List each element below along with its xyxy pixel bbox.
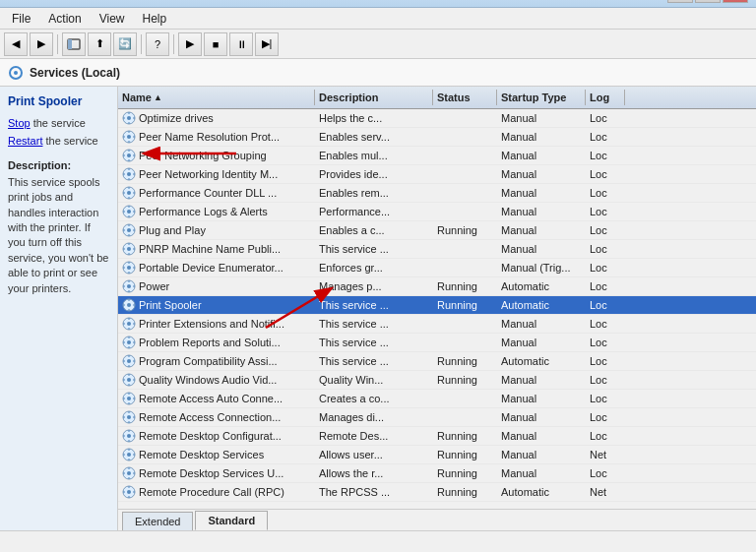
table-row[interactable]: Print Spooler This service ... Running A… bbox=[118, 296, 756, 315]
status-bar bbox=[0, 530, 756, 552]
cell-status: Running bbox=[433, 353, 497, 369]
table-row[interactable]: Program Compatibility Assi... This servi… bbox=[118, 352, 756, 371]
svg-rect-12 bbox=[123, 118, 125, 119]
svg-rect-119 bbox=[129, 459, 130, 460]
svg-rect-11 bbox=[129, 122, 130, 124]
svg-rect-65 bbox=[129, 290, 130, 292]
cell-name: Quality Windows Audio Vid... bbox=[118, 371, 315, 389]
cell-name: Performance Counter DLL ... bbox=[118, 184, 315, 202]
cell-startup: Manual bbox=[497, 391, 586, 406]
svg-point-129 bbox=[127, 490, 131, 494]
service-icon bbox=[122, 205, 136, 218]
cell-name: Remote Access Auto Conne... bbox=[118, 390, 315, 407]
table-body[interactable]: Optimize drives Helps the c... Manual Lo… bbox=[118, 109, 756, 509]
maximize-button[interactable]: □ bbox=[695, 0, 721, 3]
content-area: Print Spooler Stop the service Restart t… bbox=[0, 87, 756, 530]
svg-rect-84 bbox=[123, 342, 125, 343]
svg-rect-113 bbox=[129, 440, 130, 442]
svg-rect-13 bbox=[133, 118, 135, 119]
svg-point-57 bbox=[127, 266, 131, 270]
svg-rect-43 bbox=[133, 212, 135, 213]
table-row[interactable]: PNRP Machine Name Publi... This service … bbox=[118, 240, 756, 259]
svg-rect-112 bbox=[129, 430, 130, 432]
service-icon bbox=[122, 223, 136, 237]
table-row[interactable]: Remote Procedure Call (RPC) The RPCSS ..… bbox=[118, 483, 756, 502]
svg-rect-79 bbox=[133, 324, 135, 325]
help-button[interactable]: ? bbox=[146, 32, 169, 56]
service-icon bbox=[122, 111, 136, 125]
desc-text: This service spools print jobs and handl… bbox=[8, 175, 109, 296]
cell-startup: Automatic bbox=[497, 353, 586, 369]
cell-log: Loc bbox=[586, 297, 625, 313]
menu-help[interactable]: Help bbox=[135, 10, 175, 28]
restart-button[interactable]: ▶| bbox=[255, 32, 279, 56]
col-header-name: Name ▲ bbox=[118, 90, 315, 105]
tab-extended[interactable]: Extended bbox=[122, 512, 193, 530]
menu-file[interactable]: File bbox=[4, 10, 38, 28]
cell-log: Loc bbox=[586, 316, 625, 332]
table-row[interactable]: Peer Networking Grouping Enables mul... … bbox=[118, 147, 756, 165]
cell-startup: Automatic bbox=[497, 484, 586, 500]
svg-rect-40 bbox=[129, 206, 130, 208]
back-button[interactable]: ◀ bbox=[4, 32, 28, 56]
table-row[interactable]: Portable Device Enumerator... Enforces g… bbox=[118, 259, 756, 277]
title-bar: Services ─ □ ✕ bbox=[0, 0, 756, 8]
stop-button[interactable]: ■ bbox=[204, 32, 227, 56]
svg-point-93 bbox=[127, 378, 131, 382]
cell-status: Running bbox=[433, 428, 497, 444]
up-button[interactable]: ⬆ bbox=[88, 32, 111, 56]
cell-status bbox=[433, 415, 497, 419]
svg-point-111 bbox=[127, 434, 131, 438]
svg-rect-83 bbox=[129, 346, 130, 348]
col-header-description: Description bbox=[315, 90, 433, 105]
table-row[interactable]: Optimize drives Helps the c... Manual Lo… bbox=[118, 109, 756, 128]
svg-rect-49 bbox=[133, 230, 135, 231]
table-row[interactable]: Performance Logs & Alerts Performance...… bbox=[118, 203, 756, 221]
svg-rect-61 bbox=[133, 268, 135, 269]
svg-rect-64 bbox=[129, 280, 130, 282]
forward-button[interactable]: ▶ bbox=[30, 32, 53, 56]
table-row[interactable]: Peer Name Resolution Prot... Enables ser… bbox=[118, 128, 756, 147]
svg-rect-46 bbox=[129, 224, 130, 226]
svg-rect-124 bbox=[129, 467, 130, 469]
minimize-button[interactable]: ─ bbox=[667, 0, 693, 3]
refresh-button[interactable]: 🔄 bbox=[113, 32, 137, 56]
table-row[interactable]: Problem Reports and Soluti... This servi… bbox=[118, 334, 756, 352]
table-row[interactable]: Performance Counter DLL ... Enables rem.… bbox=[118, 184, 756, 203]
cell-log: Loc bbox=[586, 148, 625, 163]
play-button[interactable]: ▶ bbox=[178, 32, 202, 56]
cell-status bbox=[433, 210, 497, 214]
svg-rect-89 bbox=[129, 365, 130, 367]
menu-action[interactable]: Action bbox=[40, 10, 89, 28]
cell-log: Loc bbox=[586, 409, 625, 425]
svg-rect-55 bbox=[133, 249, 135, 250]
table-row[interactable]: Power Manages p... Running Automatic Loc bbox=[118, 277, 756, 296]
close-button[interactable]: ✕ bbox=[723, 0, 748, 3]
menu-bar: File Action View Help bbox=[0, 8, 756, 30]
cell-desc: This service ... bbox=[315, 316, 433, 332]
restart-link[interactable]: Restart bbox=[8, 135, 42, 147]
menu-view[interactable]: View bbox=[92, 10, 133, 28]
stop-link[interactable]: Stop bbox=[8, 117, 31, 129]
table-row[interactable]: Remote Access Connection... Manages di..… bbox=[118, 408, 756, 427]
table-row[interactable]: Remote Desktop Services Allows user... R… bbox=[118, 446, 756, 464]
table-row[interactable]: Plug and Play Enables a c... Running Man… bbox=[118, 221, 756, 240]
cell-name: Optimize drives bbox=[118, 109, 315, 127]
toolbar-sep-2 bbox=[141, 34, 142, 54]
service-icon bbox=[122, 242, 136, 256]
pause-button[interactable]: ⏸ bbox=[229, 32, 253, 56]
table-row[interactable]: Remote Access Auto Conne... Creates a co… bbox=[118, 390, 756, 408]
table-row[interactable]: Quality Windows Audio Vid... Quality Win… bbox=[118, 371, 756, 390]
tab-standard[interactable]: Standard bbox=[195, 511, 268, 530]
table-row[interactable]: Printer Extensions and Notifi... This se… bbox=[118, 315, 756, 334]
cell-status: Running bbox=[433, 297, 497, 313]
restart-service-line: Restart the service bbox=[8, 134, 109, 149]
svg-rect-101 bbox=[129, 402, 130, 404]
stop-suffix: the service bbox=[31, 117, 86, 129]
table-row[interactable]: Peer Networking Identity M... Provides i… bbox=[118, 165, 756, 184]
show-hide-button[interactable] bbox=[62, 32, 86, 56]
cell-log: Loc bbox=[586, 110, 625, 126]
table-row[interactable]: Remote Desktop Configurat... Remote Des.… bbox=[118, 427, 756, 446]
table-row[interactable]: Remote Desktop Services U... Allows the … bbox=[118, 464, 756, 483]
svg-point-7 bbox=[14, 71, 18, 75]
